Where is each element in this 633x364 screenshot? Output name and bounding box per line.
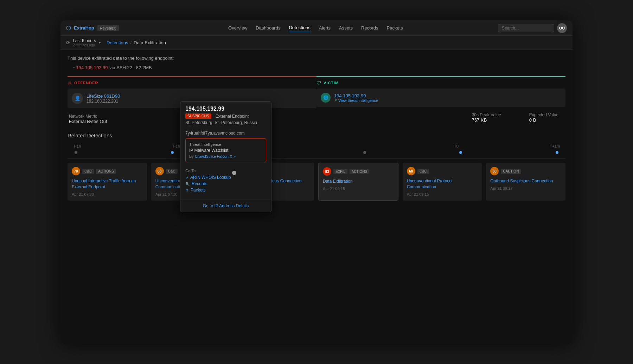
threat-name: IP Malware Watchlist — [189, 148, 262, 153]
goto-section: Go To ↗ ARIN WHOIS Lookup 🔍 Records ⚙ Pa… — [180, 166, 271, 197]
tag-cc-2: C&C — [166, 169, 178, 174]
search-area: OU — [498, 23, 567, 33]
arin-icon: ↗ — [185, 176, 188, 180]
packets-label: Packets — [191, 188, 206, 193]
tag-cc-1: C&C — [82, 169, 94, 174]
victim-ip[interactable]: 194.105.192.99 — [334, 93, 378, 98]
breadcrumb: Detections / Data Exfiltration — [107, 40, 166, 45]
badge-row-6: 60 CAUTION — [490, 167, 561, 175]
dot-5 — [459, 151, 462, 154]
score-badge-1: 70 — [72, 167, 80, 175]
nav-detections[interactable]: Detections — [289, 24, 310, 32]
tag-actions-4: ACTIONS — [350, 169, 369, 174]
endpoint-label: External Endpoint — [216, 114, 249, 119]
external-link-icon: ↗ — [233, 155, 236, 158]
arin-label: ARIN WHOIS Lookup — [190, 175, 231, 180]
threat-by: By CrowdStrike Falcon X ↗ — [189, 154, 262, 158]
detection-date-4: Apr 21 09:15 — [323, 187, 394, 191]
main-content: This device exfiltrated data to the foll… — [60, 50, 573, 344]
tl-t0: T0 — [454, 144, 459, 148]
detection-card-5[interactable]: 60 C&C Unconventional Protocol Communica… — [403, 163, 482, 201]
expected-value: 0 B — [529, 117, 558, 123]
device-ip: 192.168.222.201 — [87, 99, 120, 104]
badge-row-5: 60 C&C — [407, 167, 478, 175]
detection-card-6[interactable]: 60 CAUTION Outbound Suspicious Connectio… — [486, 163, 565, 201]
user-avatar[interactable]: OU — [557, 23, 567, 33]
badge-row-1: 70 C&C ACTIONS — [72, 167, 143, 175]
goto-label: Go To — [185, 169, 266, 173]
nav-overview[interactable]: Overview — [228, 24, 247, 32]
nav-packets[interactable]: Packets — [387, 24, 403, 32]
tl-2: T-1h — [172, 144, 180, 148]
skull-icon: ☠ — [68, 80, 72, 86]
dot-1 — [75, 151, 77, 154]
exfil-note: This device exfiltrated data to the foll… — [68, 56, 565, 61]
nav-assets[interactable]: Assets — [339, 24, 353, 32]
logo-area: ⬡ ExtraHop Reveal(x) — [66, 25, 119, 31]
goto-packets[interactable]: ⚙ Packets — [185, 188, 266, 193]
view-threat-link[interactable]: View threat intelligence — [338, 98, 378, 103]
logo-text: ExtraHop — [74, 25, 94, 31]
peak-values: 30s Peak Value 767 KB Expected Value 0 B — [316, 112, 565, 123]
detection-date-5: Apr 21 09:15 — [407, 192, 478, 196]
packets-icon: ⚙ — [185, 188, 188, 192]
device-icon: 👤 — [72, 93, 83, 104]
detection-date-6: Apr 21 09:17 — [490, 186, 561, 190]
tag-caution-6: CAUTION — [501, 169, 521, 174]
related-section: Related Detections T-1h T-1h T0 T+1m — [68, 132, 565, 201]
timeline-bar: T-1h T-1h T0 T+1m — [68, 144, 565, 151]
goto-ip-btn[interactable]: Go to IP Address Details — [180, 200, 271, 212]
exfil-ip-row: • 194.105.192.99 via SSH:22 : 82.2MB — [73, 64, 565, 71]
nav-dashboards[interactable]: Dashboards — [256, 24, 280, 32]
breadcrumb-parent[interactable]: Detections — [107, 40, 128, 45]
records-icon: 🔍 — [185, 182, 190, 186]
offender-label: ☠ OFFENDER — [68, 77, 316, 89]
peak-value: 767 KB — [472, 117, 501, 123]
tl-t1: T+1m — [550, 144, 560, 148]
timeline-dots — [68, 151, 565, 158]
popup-ip: 194.105.192.99 — [185, 106, 266, 112]
device-name[interactable]: LifeSize 061D90 — [87, 93, 120, 99]
detection-name-5: Unconventional Protocol Communication — [407, 178, 478, 190]
tag-cc-5: C&C — [417, 169, 429, 174]
peak-label: 30s Peak Value — [472, 112, 501, 117]
time-label: Last 6 hours — [73, 38, 96, 43]
expected-label: Expected Value — [529, 112, 558, 117]
detection-name-6: Outbound Suspicious Connection — [490, 178, 561, 184]
ip-popup: 194.105.192.99 SUSPICIOUS External Endpo… — [180, 101, 271, 212]
tag-exfil-4: EXFIL — [333, 169, 347, 174]
view-threat-icon: ↗ — [334, 98, 337, 102]
threat-box: Threat Intelligence IP Malware Watchlist… — [185, 138, 266, 162]
score-badge-2: 60 — [155, 167, 164, 175]
sub-header: ⟳ Last 6 hours 2 minutes ago ▾ Detection… — [60, 36, 573, 50]
badge-row-4: 83 EXFIL ACTIONS — [323, 167, 394, 176]
detections-timeline: 70 C&C ACTIONS Unusual Interactive Traff… — [68, 163, 565, 201]
goto-records[interactable]: 🔍 Records — [185, 181, 266, 186]
product-badge: Reveal(x) — [97, 25, 119, 31]
related-title: Related Detections — [68, 132, 565, 138]
detection-card-1[interactable]: 70 C&C ACTIONS Unusual Interactive Traff… — [68, 163, 147, 201]
nav-alerts[interactable]: Alerts — [319, 24, 331, 32]
dot-4 — [363, 151, 366, 154]
threat-link[interactable]: CrowdStrike Falcon X — [195, 154, 232, 158]
dot-6 — [556, 151, 558, 154]
detection-card-4[interactable]: 83 EXFIL ACTIONS Data Exfiltration Apr 2… — [318, 163, 398, 201]
victim-shield-icon: 🛡 — [316, 80, 321, 86]
exfil-ip[interactable]: 194.105.192.99 — [76, 65, 108, 70]
score-badge-4: 83 — [323, 167, 331, 176]
time-dropdown-icon[interactable]: ▾ — [99, 40, 101, 45]
score-badge-5: 60 — [407, 167, 415, 175]
refresh-icon[interactable]: ⟳ — [66, 40, 70, 45]
popup-domain: 7y4ruahfdf7ya.avsvmcloud.com — [185, 131, 266, 136]
popup-footer: Go to IP Address Details — [180, 200, 271, 212]
time-control[interactable]: ⟳ Last 6 hours 2 minutes ago ▾ — [66, 38, 101, 47]
main-nav: Overview Dashboards Detections Alerts As… — [133, 24, 498, 32]
nav-records[interactable]: Records — [361, 24, 378, 32]
search-input[interactable] — [498, 24, 554, 32]
threat-title: Threat Intelligence — [189, 142, 262, 147]
goto-arin[interactable]: ↗ ARIN WHOIS Lookup — [185, 175, 266, 180]
tag-actions-1: ACTIONS — [96, 169, 116, 174]
detection-date-1: Apr 21 07:30 — [72, 192, 143, 196]
detection-name-4: Data Exfiltration — [323, 178, 394, 184]
victim-card: 🌐 194.105.192.99 ↗ View threat intellige… — [316, 89, 565, 107]
